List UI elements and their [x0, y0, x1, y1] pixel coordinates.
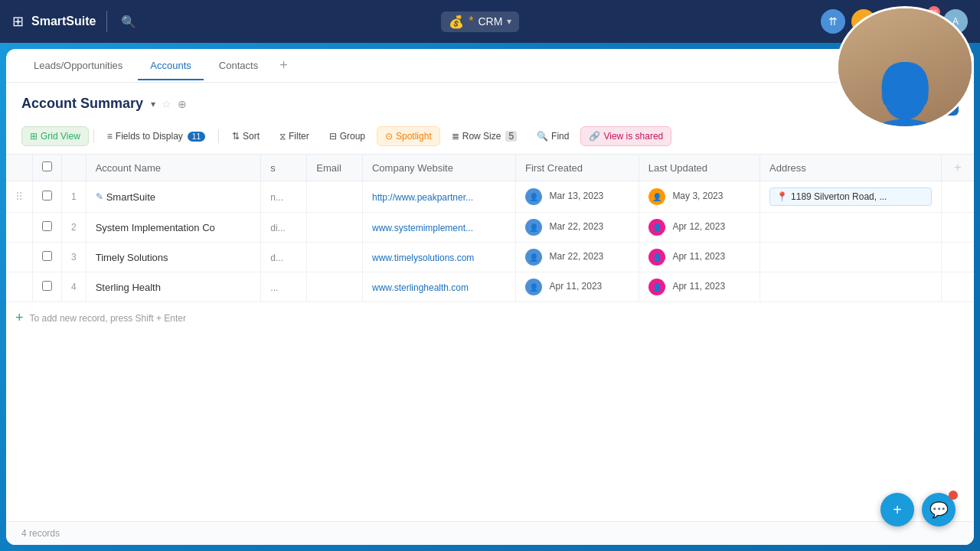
- crm-emoji-icon: 💰: [449, 15, 464, 29]
- email-cell: [307, 213, 363, 243]
- creator-avatar: 👤: [525, 219, 542, 236]
- title-dropdown-icon[interactable]: ▾: [151, 99, 155, 109]
- row-number: 3: [62, 243, 87, 272]
- address-value: 📍 1189 Silverton Road, ...: [769, 187, 932, 206]
- fields-to-display-button[interactable]: ≡ Fields to Display 11: [99, 126, 214, 146]
- share-action-btn[interactable]: ⇈: [821, 9, 845, 34]
- fab-add-button[interactable]: +: [880, 493, 914, 527]
- header-status: s: [261, 155, 307, 181]
- website-cell[interactable]: www.timelysolutions.com: [362, 243, 515, 272]
- tab-contacts[interactable]: Contacts: [207, 52, 270, 80]
- row-add-col: [941, 272, 974, 302]
- table-container: Account Name s Email Company Website Fir…: [6, 154, 974, 521]
- table-footer: 4 records: [6, 521, 974, 545]
- sort-icon: ⇅: [232, 131, 240, 142]
- row-number: 2: [62, 213, 87, 243]
- crm-selector[interactable]: 💰 * CRM ▾: [441, 11, 519, 32]
- find-button[interactable]: 🔍 Find: [528, 126, 577, 146]
- edit-icon[interactable]: ✎: [96, 191, 103, 202]
- row-drag-handle-cell: [6, 243, 33, 272]
- toolbar-separator-1: [93, 129, 94, 143]
- first-created-date: Mar 22, 2023: [550, 221, 604, 232]
- website-link[interactable]: www.sterlinghealth.com: [372, 282, 469, 293]
- records-count: 4 records: [21, 528, 60, 539]
- account-name: Timely Solutions: [96, 252, 168, 263]
- fab-container: + 💬: [880, 493, 956, 527]
- status-value: d...: [270, 253, 283, 263]
- last-updated-date: May 3, 2023: [672, 191, 723, 201]
- add-row-plus-icon[interactable]: +: [15, 310, 24, 326]
- row-number: 1: [62, 181, 87, 213]
- header-last-updated: Last Updated: [639, 155, 760, 181]
- website-link[interactable]: www.systemimplement...: [372, 223, 473, 233]
- tab-leads-opportunities[interactable]: Leads/Opportunities: [21, 52, 135, 80]
- table-row: 2 System Implementation Co di... www.sys…: [6, 213, 974, 243]
- first-created-cell: 👤 Mar 22, 2023: [515, 213, 639, 243]
- first-created-date: Apr 11, 2023: [550, 281, 603, 292]
- row-size-button[interactable]: ≣ Row Size 5: [443, 126, 525, 146]
- share-icon[interactable]: ⊕: [178, 98, 187, 110]
- sort-button[interactable]: ⇅ Sort: [224, 126, 268, 146]
- account-name-cell: ✎ SmartSuite: [86, 181, 261, 213]
- row-checkbox-cell[interactable]: [33, 213, 62, 243]
- row-checkbox[interactable]: [42, 191, 52, 201]
- account-name: System Implementation Co: [96, 222, 215, 233]
- spotlight-button[interactable]: ⊙ Spotlight: [377, 126, 440, 146]
- favorite-star-icon[interactable]: ☆: [162, 98, 172, 110]
- accounts-table: Account Name s Email Company Website Fir…: [6, 155, 974, 302]
- header-address: Address: [760, 155, 942, 181]
- account-name-cell: Sterling Health: [86, 272, 261, 302]
- row-add-col: [941, 181, 974, 213]
- search-icon[interactable]: 🔍: [118, 11, 139, 32]
- row-checkbox-cell[interactable]: [33, 272, 62, 302]
- group-icon: ⊟: [329, 131, 337, 142]
- person-icon: 👤: [862, 65, 948, 126]
- chevron-down-icon: ▾: [507, 16, 511, 27]
- add-row-area[interactable]: + To add new record, press Shift + Enter: [6, 302, 974, 334]
- status-cell: n...: [261, 181, 307, 213]
- last-updated-cell: 👤 Apr 12, 2023: [639, 213, 760, 243]
- row-checkbox[interactable]: [42, 251, 52, 261]
- tab-add-btn[interactable]: +: [273, 54, 294, 77]
- tab-nav: Leads/Opportunities Accounts Contacts +: [6, 49, 974, 83]
- row-size-icon: ≣: [452, 131, 459, 142]
- tab-accounts[interactable]: Accounts: [138, 52, 203, 80]
- row-checkbox[interactable]: [42, 281, 52, 291]
- row-checkbox-cell[interactable]: [33, 243, 62, 272]
- row-checkbox[interactable]: [42, 221, 52, 231]
- website-link[interactable]: www.timelysolutions.com: [372, 253, 474, 263]
- drag-handle-icon[interactable]: ⠿: [15, 191, 23, 203]
- first-created-date: Mar 22, 2023: [550, 251, 604, 262]
- select-all-checkbox[interactable]: [42, 161, 52, 171]
- account-name-cell: Timely Solutions: [86, 243, 261, 272]
- address-cell: [760, 213, 942, 243]
- view-shared-button[interactable]: 🔗 View is shared: [580, 126, 671, 146]
- header-num: [62, 155, 87, 181]
- filter-button[interactable]: ⧖ Filter: [271, 126, 318, 146]
- add-column-btn[interactable]: +: [941, 155, 974, 181]
- email-cell: [307, 272, 363, 302]
- first-row-actions: ✎ SmartSuite: [96, 191, 252, 203]
- updater-avatar: 👤: [648, 219, 665, 236]
- chat-badge: [949, 491, 958, 500]
- grid-menu-icon[interactable]: ⊞: [12, 13, 24, 30]
- last-updated-cell: 👤 May 3, 2023: [639, 181, 760, 213]
- website-cell[interactable]: http://www.peakpartner...: [362, 181, 515, 213]
- toolbar-separator-2: [218, 129, 219, 143]
- table-header-row: Account Name s Email Company Website Fir…: [6, 155, 974, 181]
- fab-chat-button[interactable]: 💬: [922, 493, 956, 527]
- row-add-col: [941, 213, 974, 243]
- website-cell[interactable]: www.sterlinghealth.com: [362, 272, 515, 302]
- website-link[interactable]: http://www.peakpartner...: [372, 192, 473, 203]
- website-cell[interactable]: www.systemimplement...: [362, 213, 515, 243]
- address-cell: [760, 243, 942, 272]
- row-drag-handle-cell: ⠿: [6, 181, 33, 213]
- row-checkbox-cell[interactable]: [33, 181, 62, 213]
- account-name: SmartSuite: [106, 191, 155, 203]
- video-overlay: 👤: [836, 6, 974, 129]
- last-updated-cell: 👤 Apr 11, 2023: [639, 272, 760, 302]
- group-button[interactable]: ⊟ Group: [321, 126, 374, 146]
- grid-view-button[interactable]: ⊞ Grid View: [21, 126, 89, 146]
- table-row: 4 Sterling Health ... www.sterlinghealth…: [6, 272, 974, 302]
- topbar-left: ⊞ SmartSuite 🔍: [12, 11, 139, 32]
